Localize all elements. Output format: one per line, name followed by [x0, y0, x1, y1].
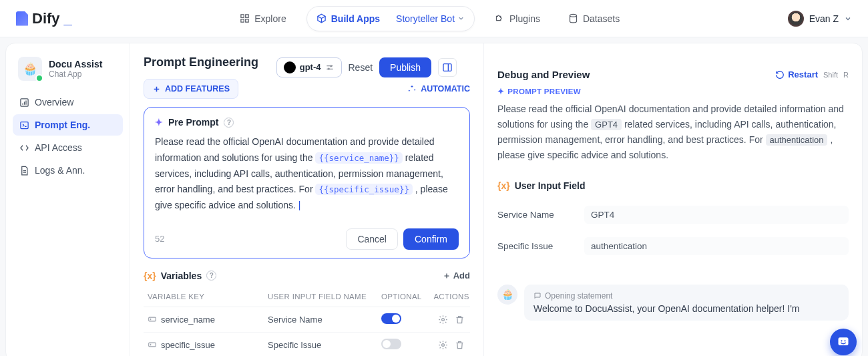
nav-explore[interactable]: Explore	[232, 8, 294, 29]
pre-prompt-card: ✦ Pre Prompt ? Please read the official …	[144, 107, 470, 258]
publish-button[interactable]: Publish	[379, 57, 431, 77]
prompt-textarea[interactable]: Please read the official OpenAI document…	[155, 134, 459, 214]
smile-icon	[837, 335, 850, 349]
top-nav: Explore Build Apps Storyteller Bot Plugi…	[232, 6, 628, 31]
model-selector[interactable]: gpt-4	[276, 57, 342, 77]
add-variable-button[interactable]: Add	[443, 271, 470, 281]
input-name: Specific Issue	[497, 241, 584, 251]
sidebar-icon	[442, 62, 453, 73]
logo[interactable]: Dify_	[16, 10, 72, 27]
sidebar-item-logs[interactable]: Logs & Ann.	[13, 160, 123, 181]
variable-icon: {x}	[497, 180, 510, 191]
chat-text: Welcome to DocuAssist, your OpenAI docum…	[533, 303, 839, 314]
sidebar-item-overview[interactable]: Overview	[13, 92, 123, 113]
input-value-service-name[interactable]: GPT4	[584, 206, 849, 224]
app-header[interactable]: 🧁 Docu Assist Chat App	[13, 54, 123, 92]
variable-chip-specific-issue[interactable]: {{specific_issue}}	[315, 184, 412, 195]
code-icon	[19, 143, 29, 153]
optional-toggle[interactable]	[381, 313, 401, 324]
confirm-button[interactable]: Confirm	[403, 228, 459, 250]
pre-prompt-footer: 52 Cancel Confirm	[155, 228, 459, 250]
chat-emoji: 🧁	[501, 289, 514, 301]
var-name: Service Name	[268, 315, 381, 325]
sidebar: 🧁 Docu Assist Chat App Overview Prompt E…	[6, 43, 130, 356]
pre-prompt-header: ✦ Pre Prompt ?	[155, 117, 459, 128]
database-icon	[568, 13, 578, 23]
avatar	[788, 11, 804, 27]
sparkle-icon: ✦	[155, 117, 163, 128]
preview-label-text: PROMPT PREVIEW	[507, 87, 581, 96]
debug-title: Debug and Preview	[497, 69, 590, 80]
user-name: Evan Z	[809, 13, 839, 24]
char-count: 52	[155, 234, 164, 244]
user-input-label: {x} User Input Field	[497, 180, 849, 191]
sidebar-api-label: API Access	[35, 142, 82, 153]
document-icon	[19, 166, 29, 176]
sidebar-item-api-access[interactable]: API Access	[13, 137, 123, 158]
input-name: Service Name	[497, 210, 584, 220]
svg-point-11	[442, 319, 445, 321]
variables-table: VARIABLE KEY USER INPUT FIELD NAME OPTIO…	[144, 287, 470, 356]
nav-storyteller-bot[interactable]: Storyteller Bot	[388, 8, 473, 29]
text-field-icon	[148, 315, 157, 324]
text-field-icon	[148, 340, 157, 349]
svg-point-13	[442, 344, 445, 347]
cancel-button[interactable]: Cancel	[346, 228, 398, 250]
nav-build-apps[interactable]: Build Apps	[308, 8, 388, 29]
help-icon[interactable]: ?	[224, 118, 234, 128]
message-icon	[533, 292, 541, 300]
input-value-specific-issue[interactable]: authentication	[584, 237, 849, 255]
editor-toolbar: ADD FEATURES AUTOMATIC	[144, 79, 470, 99]
nav-datasets[interactable]: Datasets	[560, 8, 628, 29]
restart-button[interactable]: Restart	[775, 69, 818, 79]
terminal-icon	[19, 120, 29, 130]
page-title: Prompt Engineering	[144, 55, 258, 69]
user-menu[interactable]: Evan Z	[788, 11, 852, 27]
automatic-button[interactable]: AUTOMATIC	[407, 84, 470, 94]
chat-fab[interactable]	[830, 329, 857, 355]
var-key: service_name	[161, 315, 215, 325]
optional-toggle[interactable]	[381, 339, 401, 349]
chevron-down-icon	[844, 15, 852, 23]
cube-icon	[316, 13, 327, 23]
sidebar-prompt-label: Prompt Eng.	[35, 120, 90, 130]
help-icon[interactable]: ?	[206, 271, 216, 281]
svg-point-4	[570, 14, 576, 17]
chevron-down-icon	[457, 15, 465, 22]
pre-prompt-label: Pre Prompt	[168, 117, 218, 128]
trash-icon[interactable]	[455, 315, 465, 325]
sidebar-item-prompt-eng[interactable]: Prompt Eng.	[13, 114, 123, 136]
nav-plugins[interactable]: Plugins	[487, 8, 548, 29]
plus-icon	[152, 85, 161, 94]
shortcut-shift: Shift	[823, 71, 838, 79]
debug-header: Debug and Preview Restart Shift R	[497, 69, 849, 80]
gear-icon[interactable]	[438, 315, 448, 325]
var-key: specific_issue	[161, 340, 215, 350]
svg-point-15	[841, 340, 842, 341]
nav-datasets-label: Datasets	[583, 13, 620, 24]
trash-icon[interactable]	[455, 340, 465, 350]
shortcut-r: R	[843, 71, 849, 79]
plus-icon	[443, 272, 451, 280]
fill-specific-issue: authentication	[766, 134, 828, 146]
chat-avatar: 🧁	[497, 285, 517, 305]
th-actions: ACTIONS	[428, 293, 475, 301]
th-optional: OPTIONAL	[381, 293, 428, 301]
gear-icon[interactable]	[438, 340, 448, 350]
underscore: _	[64, 10, 72, 27]
reset-button[interactable]: Reset	[349, 62, 373, 73]
svg-rect-12	[149, 343, 156, 347]
nav-bot-label: Storyteller Bot	[396, 13, 455, 24]
debug-preview-column: Debug and Preview Restart Shift R ✦ PROM…	[484, 43, 862, 356]
svg-point-7	[330, 65, 331, 66]
add-features-button[interactable]: ADD FEATURES	[144, 79, 238, 99]
prompt-preview-label: ✦ PROMPT PREVIEW	[497, 87, 862, 96]
chat-bubble: Opening statement Welcome to DocuAssist,…	[524, 285, 849, 321]
add-features-label: ADD FEATURES	[165, 84, 230, 94]
variable-chip-service-name[interactable]: {{service_name}}	[315, 152, 402, 164]
nav-plugins-label: Plugins	[509, 13, 540, 24]
nav-build-label: Build Apps	[331, 13, 380, 24]
sidebar-logs-label: Logs & Ann.	[35, 165, 85, 176]
panel-toggle[interactable]	[438, 58, 457, 77]
chat-message: 🧁 Opening statement Welcome to DocuAssis…	[497, 285, 849, 321]
